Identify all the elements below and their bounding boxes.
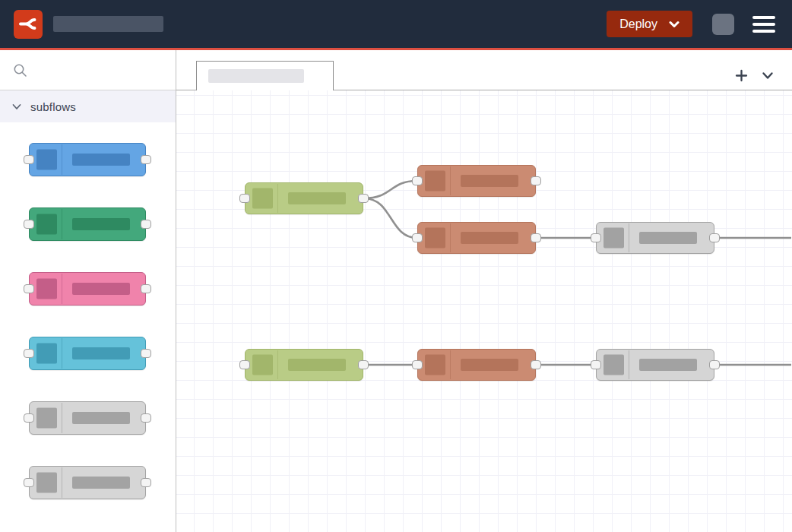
node-red-app: Deploy subflows bbox=[0, 0, 792, 532]
palette-sidebar: subflows bbox=[0, 50, 176, 532]
node-output-port[interactable] bbox=[141, 478, 151, 487]
node-input-port[interactable] bbox=[239, 360, 250, 369]
node-input-port[interactable] bbox=[24, 284, 34, 293]
add-flow-button[interactable] bbox=[733, 68, 749, 84]
node-input-port[interactable] bbox=[412, 176, 423, 185]
node-output-port[interactable] bbox=[141, 284, 151, 293]
node-input-port[interactable] bbox=[591, 360, 601, 369]
node-label-placeholder bbox=[72, 412, 130, 424]
node-input-port[interactable] bbox=[239, 194, 250, 203]
node-label-placeholder bbox=[288, 192, 346, 204]
node-separator bbox=[62, 467, 62, 498]
node-input-port[interactable] bbox=[24, 155, 34, 164]
palette-search[interactable] bbox=[0, 50, 176, 90]
node-icon-placeholder bbox=[36, 150, 57, 170]
flow-node-salmon-1[interactable] bbox=[417, 165, 536, 197]
hamburger-bar bbox=[752, 16, 775, 19]
palette-node-blue[interactable] bbox=[29, 143, 146, 176]
workspace bbox=[176, 50, 792, 532]
node-output-port[interactable] bbox=[358, 360, 369, 369]
palette-item bbox=[29, 337, 176, 370]
palette-node-gray-1[interactable] bbox=[29, 401, 146, 435]
node-separator bbox=[629, 223, 629, 252]
node-output-port[interactable] bbox=[141, 413, 151, 423]
main-area: subflows bbox=[0, 50, 792, 532]
node-output-port[interactable] bbox=[141, 220, 151, 229]
subflows-section-header[interactable]: subflows bbox=[0, 90, 176, 122]
flow-list-button[interactable] bbox=[760, 70, 775, 81]
deploy-button-label: Deploy bbox=[619, 17, 657, 31]
node-label-placeholder bbox=[639, 232, 697, 244]
node-separator bbox=[62, 274, 62, 304]
chevron-down-icon bbox=[12, 103, 21, 110]
node-output-port[interactable] bbox=[709, 233, 720, 242]
node-output-port[interactable] bbox=[709, 360, 720, 369]
node-input-port[interactable] bbox=[24, 349, 34, 358]
node-separator bbox=[62, 144, 62, 175]
flow-node-gray-2[interactable] bbox=[596, 349, 714, 381]
palette-node-pink[interactable] bbox=[29, 272, 146, 306]
node-input-port[interactable] bbox=[591, 233, 601, 242]
node-separator bbox=[629, 350, 629, 379]
flow-node-salmon-2[interactable] bbox=[417, 222, 536, 254]
node-output-port[interactable] bbox=[141, 155, 151, 164]
node-output-port[interactable] bbox=[531, 176, 541, 185]
node-icon-placeholder bbox=[36, 214, 57, 235]
node-label-placeholder bbox=[72, 154, 130, 166]
palette-item bbox=[29, 401, 176, 435]
palette-node-cyan[interactable] bbox=[29, 337, 146, 370]
node-input-port[interactable] bbox=[24, 220, 34, 229]
hamburger-bar bbox=[752, 30, 775, 33]
node-red-logo-icon bbox=[14, 10, 43, 39]
palette-list bbox=[0, 122, 176, 530]
palette-node-gray-2[interactable] bbox=[29, 466, 146, 499]
node-input-port[interactable] bbox=[412, 360, 423, 369]
node-icon-placeholder bbox=[252, 355, 273, 375]
node-separator bbox=[450, 223, 451, 252]
plus-icon bbox=[735, 69, 748, 82]
node-input-port[interactable] bbox=[24, 413, 34, 423]
node-separator bbox=[450, 166, 451, 195]
flow-canvas[interactable] bbox=[176, 90, 792, 532]
flow-tab-label-placeholder bbox=[208, 69, 304, 83]
hamburger-menu-button[interactable] bbox=[751, 14, 777, 34]
node-input-port[interactable] bbox=[24, 478, 34, 487]
node-output-port[interactable] bbox=[141, 349, 151, 358]
node-output-port[interactable] bbox=[358, 194, 369, 203]
chevron-down-icon bbox=[762, 71, 774, 80]
deploy-button[interactable]: Deploy bbox=[607, 11, 692, 37]
node-icon-placeholder bbox=[604, 228, 624, 249]
user-avatar-button[interactable] bbox=[712, 14, 734, 35]
node-input-port[interactable] bbox=[412, 233, 423, 242]
wire[interactable] bbox=[364, 198, 417, 238]
node-label-placeholder bbox=[461, 232, 518, 244]
flow-node-gray-1[interactable] bbox=[596, 222, 714, 254]
flow-node-green-1[interactable] bbox=[245, 182, 363, 214]
node-output-port[interactable] bbox=[531, 360, 541, 369]
node-label-placeholder bbox=[288, 359, 346, 371]
node-icon-placeholder bbox=[252, 188, 273, 209]
node-separator bbox=[62, 403, 62, 433]
hamburger-bar bbox=[752, 23, 775, 26]
node-icon-placeholder bbox=[604, 355, 624, 375]
node-label-placeholder bbox=[72, 218, 130, 230]
wire[interactable] bbox=[364, 181, 417, 198]
flow-node-green-2[interactable] bbox=[245, 349, 363, 381]
node-icon-placeholder bbox=[425, 355, 445, 375]
node-icon-placeholder bbox=[425, 171, 445, 192]
node-icon-placeholder bbox=[36, 344, 57, 364]
header: Deploy bbox=[0, 0, 792, 50]
node-separator bbox=[277, 184, 278, 213]
node-label-placeholder bbox=[72, 283, 130, 295]
tabbar-actions bbox=[733, 68, 792, 84]
flow-tabbar bbox=[176, 50, 792, 90]
node-label-placeholder bbox=[72, 347, 130, 359]
subflows-section-label: subflows bbox=[30, 100, 76, 113]
flow-tab-active[interactable] bbox=[196, 61, 334, 90]
palette-node-green[interactable] bbox=[29, 207, 146, 241]
node-separator bbox=[450, 350, 451, 379]
node-output-port[interactable] bbox=[531, 233, 541, 242]
wires-layer bbox=[176, 90, 791, 532]
palette-item bbox=[29, 207, 176, 241]
flow-node-salmon-3[interactable] bbox=[417, 349, 536, 381]
